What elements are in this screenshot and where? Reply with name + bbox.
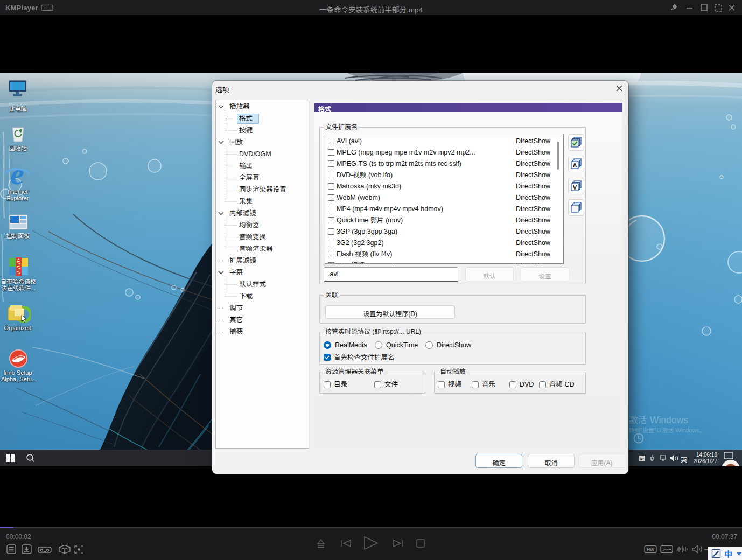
svg-text:HW: HW: [647, 547, 655, 552]
svg-text:e: e: [10, 160, 24, 188]
svg-text:V: V: [573, 184, 577, 191]
svg-text:A: A: [573, 162, 577, 169]
